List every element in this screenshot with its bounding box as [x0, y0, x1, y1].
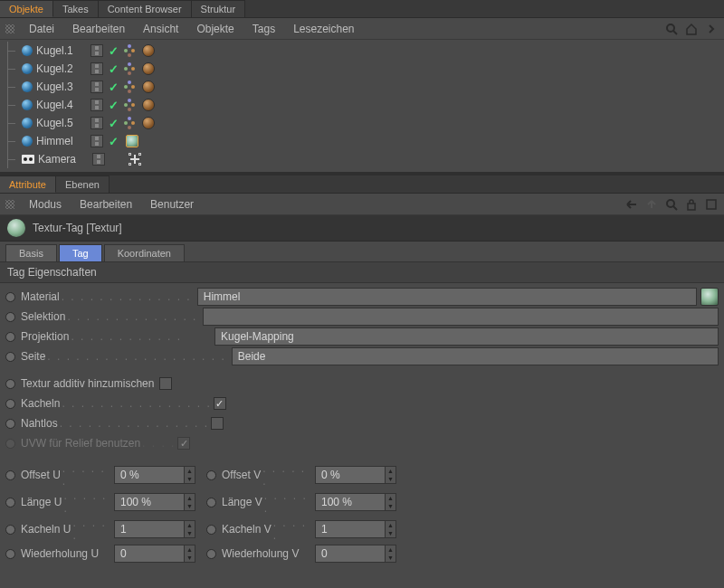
- anim-toggle[interactable]: [5, 312, 15, 322]
- anim-toggle[interactable]: [5, 470, 15, 480]
- tab-attribute[interactable]: Attribute: [0, 175, 56, 193]
- object-name[interactable]: Kugel.2: [36, 62, 85, 75]
- material-field[interactable]: Himmel: [197, 288, 697, 306]
- laenge-v-spinner[interactable]: ▲▼: [386, 493, 396, 511]
- visibility-toggle[interactable]: [90, 99, 103, 111]
- search-icon[interactable]: [664, 22, 679, 36]
- subtab-basis[interactable]: Basis: [5, 244, 57, 261]
- object-name[interactable]: Kamera: [38, 153, 87, 166]
- kacheln-u-spinner[interactable]: ▲▼: [185, 520, 195, 538]
- object-name[interactable]: Kugel.3: [36, 81, 85, 93]
- tab-struktur[interactable]: Struktur: [192, 0, 246, 17]
- menu-bearbeiten-attr[interactable]: Bearbeiten: [71, 198, 141, 211]
- kacheln-v-spinner[interactable]: ▲▼: [386, 520, 396, 538]
- phong-tag-icon[interactable]: [124, 44, 135, 57]
- menu-lesezeichen[interactable]: Lesezeichen: [284, 23, 363, 35]
- menu-tags[interactable]: Tags: [243, 23, 284, 35]
- object-row-kugel-4[interactable]: Kugel.4 ✓: [0, 96, 724, 114]
- enable-check-icon[interactable]: ✓: [109, 62, 119, 76]
- anim-toggle[interactable]: [5, 399, 15, 409]
- object-row-kamera[interactable]: Kamera: [0, 150, 724, 168]
- wdh-u-spinner[interactable]: ▲▼: [185, 545, 195, 563]
- search-icon[interactable]: [664, 197, 679, 212]
- tab-content-browser[interactable]: Content Browser: [99, 0, 192, 17]
- target-tag-icon[interactable]: [129, 153, 141, 166]
- object-name[interactable]: Kugel.5: [36, 117, 85, 129]
- tab-ebenen[interactable]: Ebenen: [56, 175, 110, 193]
- chevron-right-icon[interactable]: [704, 22, 719, 36]
- menu-datei[interactable]: Datei: [20, 23, 63, 35]
- menu-bearbeiten[interactable]: Bearbeiten: [63, 23, 134, 35]
- offset-u-field[interactable]: 0 %: [114, 466, 185, 484]
- anim-toggle[interactable]: [5, 332, 15, 342]
- menu-ansicht[interactable]: Ansicht: [134, 23, 187, 35]
- material-tag-icon[interactable]: [142, 99, 155, 111]
- material-tag-icon[interactable]: [142, 117, 155, 129]
- material-tag-icon[interactable]: [142, 81, 155, 93]
- kacheln-v-field[interactable]: 1: [315, 520, 386, 538]
- object-row-kugel-3[interactable]: Kugel.3 ✓: [0, 78, 724, 96]
- enable-check-icon[interactable]: ✓: [109, 81, 119, 94]
- object-row-himmel[interactable]: Himmel ✓: [0, 132, 724, 150]
- object-name[interactable]: Kugel.4: [36, 99, 85, 111]
- menu-modus[interactable]: Modus: [20, 198, 71, 211]
- new-window-icon[interactable]: [704, 197, 719, 212]
- menu-benutzer[interactable]: Benutzer: [141, 198, 203, 211]
- enable-check-icon[interactable]: ✓: [109, 44, 119, 58]
- checkbox-kacheln[interactable]: ✓: [214, 397, 226, 410]
- laenge-u-spinner[interactable]: ▲▼: [185, 493, 195, 511]
- menu-objekte[interactable]: Objekte: [187, 23, 243, 35]
- anim-toggle[interactable]: [206, 525, 216, 535]
- phong-tag-icon[interactable]: [124, 99, 135, 111]
- wdh-u-field[interactable]: 0: [114, 545, 185, 563]
- enable-check-icon[interactable]: ✓: [109, 135, 119, 148]
- object-row-kugel-5[interactable]: Kugel.5 ✓: [0, 114, 724, 132]
- selektion-field[interactable]: [203, 308, 719, 326]
- phong-tag-icon[interactable]: [124, 62, 135, 75]
- visibility-toggle[interactable]: [92, 153, 105, 166]
- laenge-u-field[interactable]: 100 %: [114, 493, 185, 511]
- checkbox-additiv[interactable]: [159, 377, 172, 390]
- wdh-v-field[interactable]: 0: [315, 545, 386, 563]
- tab-takes[interactable]: Takes: [53, 0, 99, 17]
- subtab-koordinaten[interactable]: Koordinaten: [104, 244, 185, 261]
- offset-u-spinner[interactable]: ▲▼: [185, 466, 195, 484]
- anim-toggle[interactable]: [5, 498, 15, 507]
- anim-toggle[interactable]: [5, 292, 15, 302]
- material-tag-icon[interactable]: [126, 135, 138, 147]
- visibility-toggle[interactable]: [90, 81, 103, 93]
- anim-toggle[interactable]: [5, 549, 15, 559]
- anim-toggle[interactable]: [5, 419, 15, 429]
- tab-objekte[interactable]: Objekte: [0, 0, 53, 17]
- visibility-toggle[interactable]: [90, 44, 103, 57]
- checkbox-nahtlos[interactable]: [211, 417, 224, 430]
- phong-tag-icon[interactable]: [124, 117, 135, 129]
- projektion-dropdown[interactable]: Kugel-Mapping: [214, 327, 719, 346]
- enable-check-icon[interactable]: ✓: [109, 99, 119, 112]
- material-tag-icon[interactable]: [142, 62, 155, 75]
- object-name[interactable]: Kugel.1: [36, 44, 85, 57]
- visibility-toggle[interactable]: [90, 117, 103, 129]
- phong-tag-icon[interactable]: [124, 81, 135, 93]
- material-tag-icon[interactable]: [142, 44, 155, 57]
- anim-toggle[interactable]: [206, 470, 216, 480]
- offset-v-spinner[interactable]: ▲▼: [386, 466, 396, 484]
- material-preview-icon[interactable]: [700, 288, 719, 306]
- object-row-kugel-2[interactable]: Kugel.2 ✓: [0, 60, 724, 78]
- anim-toggle[interactable]: [5, 525, 15, 535]
- nav-back-icon[interactable]: [624, 197, 639, 212]
- lock-icon[interactable]: [684, 197, 699, 212]
- wdh-v-spinner[interactable]: ▲▼: [386, 545, 396, 563]
- object-name[interactable]: Himmel: [36, 135, 85, 147]
- laenge-v-field[interactable]: 100 %: [315, 493, 386, 511]
- home-icon[interactable]: [684, 22, 699, 36]
- object-row-kugel-1[interactable]: Kugel.1 ✓: [0, 42, 724, 60]
- nav-up-icon[interactable]: [644, 197, 659, 212]
- visibility-toggle[interactable]: [90, 62, 103, 75]
- offset-v-field[interactable]: 0 %: [315, 466, 386, 484]
- anim-toggle[interactable]: [206, 549, 216, 559]
- anim-toggle[interactable]: [206, 498, 216, 507]
- enable-check-icon[interactable]: ✓: [109, 117, 119, 130]
- anim-toggle[interactable]: [5, 352, 15, 362]
- anim-toggle[interactable]: [5, 379, 15, 389]
